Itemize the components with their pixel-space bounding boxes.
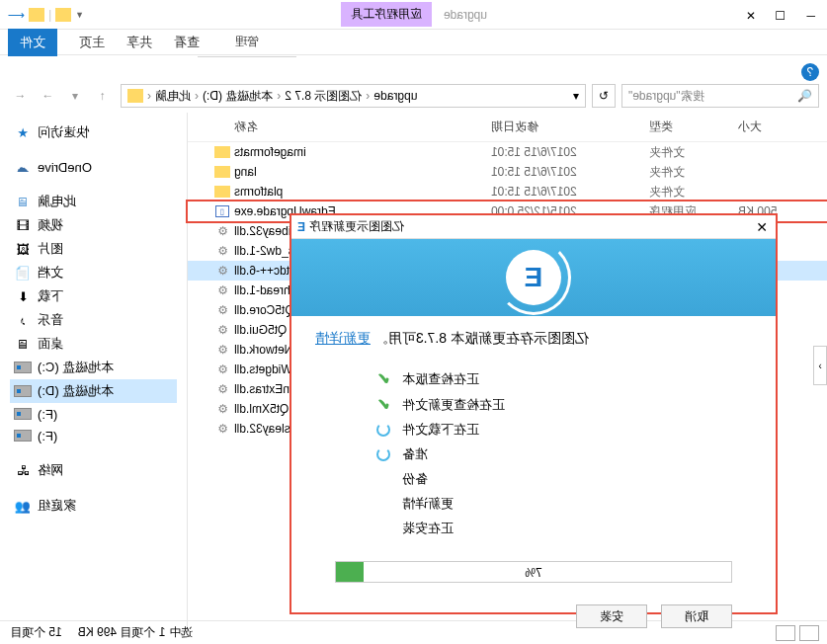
ribbon-share[interactable]: 共享 — [126, 34, 152, 51]
sidebar-onedrive[interactable]: ☁OneDrive — [10, 156, 177, 178]
dialog-banner: E — [291, 239, 776, 316]
dll-icon: ⚙ — [214, 402, 230, 416]
sidebar-downloads[interactable]: ⬇下载 — [10, 284, 177, 308]
refresh-button[interactable]: ↻ — [592, 84, 616, 108]
col-date[interactable]: 修改日期 — [491, 119, 649, 135]
dll-icon: ⚙ — [214, 244, 230, 258]
step-label: 更新详情 — [402, 495, 454, 513]
forward-button[interactable]: → — [36, 84, 59, 108]
file-name: ssleay32.dll — [234, 422, 296, 436]
breadcrumb-item[interactable]: 本地磁盘 (D:) — [203, 88, 273, 105]
up-button[interactable]: ↑ — [91, 84, 115, 108]
view-tiles-button[interactable] — [776, 625, 795, 641]
sidebar-drive-f1[interactable]: (F:) — [10, 403, 177, 425]
dialog-message: 亿图图示存在更新版本 8.7.3可用。 — [374, 330, 589, 346]
minimize-button[interactable]: ─ — [803, 9, 815, 21]
file-name: lang — [234, 165, 257, 179]
breadcrumb-item[interactable]: 亿图图示 8.7 2 — [285, 88, 362, 105]
documents-icon: 📄 — [14, 265, 32, 281]
folder-icon — [214, 165, 230, 179]
status-count: 15 个项目 — [10, 624, 62, 641]
pc-icon: 🖥 — [14, 194, 32, 209]
ribbon-home[interactable]: 主页 — [79, 34, 105, 51]
ribbon: 查看 共享 主页 文件 — [0, 30, 827, 55]
dll-icon: ⚙ — [214, 343, 230, 357]
col-name[interactable]: 名称 — [214, 119, 491, 135]
file-name: libeay32.dll — [234, 224, 293, 238]
maximize-button[interactable]: ☐ — [774, 9, 786, 21]
sidebar-drive-f2[interactable]: (F:) — [10, 425, 177, 446]
breadcrumb[interactable]: ▾ upgrade‹ 亿图图示 8.7 2‹ 本地磁盘 (D:)‹ 此电脑‹ — [121, 84, 586, 108]
check-icon: ✔ — [374, 369, 392, 388]
sidebar-music[interactable]: ♪音乐 — [10, 308, 177, 332]
logo-icon: E — [506, 250, 561, 305]
install-button[interactable]: 安装 — [576, 604, 647, 628]
cloud-icon: ☁ — [14, 159, 32, 175]
file-name: platforms — [234, 185, 283, 199]
spinner-icon — [374, 447, 392, 461]
sidebar-pictures[interactable]: 🖼图片 — [10, 237, 177, 261]
breadcrumb-item[interactable]: 此电脑 — [155, 88, 191, 105]
file-row[interactable]: 文件夹2017/6/15 15:01platforms — [188, 182, 827, 201]
sidebar-quick-access[interactable]: ★快速访问 — [10, 121, 177, 144]
file-date: 2017/6/15 15:01 — [491, 185, 649, 199]
update-steps: ✔正在检查版本 ✔正在检查更新文件 正在下载文件 准备 备份 更新详情 正在安装 — [374, 369, 752, 537]
folder-icon — [55, 8, 71, 22]
breadcrumb-item[interactable]: upgrade — [373, 89, 417, 103]
col-type[interactable]: 类型 — [649, 119, 738, 135]
exe-icon: ▯ — [214, 204, 230, 218]
dropdown-caret-icon[interactable]: ▼ — [75, 10, 84, 20]
file-row[interactable]: 文件夹2017/6/15 15:01imageformats — [188, 142, 827, 162]
expand-handle[interactable]: › — [813, 346, 827, 385]
ribbon-view[interactable]: 查看 — [174, 34, 200, 51]
col-size[interactable]: 大小 — [738, 119, 817, 135]
spinner-icon — [374, 423, 392, 437]
help-icon[interactable]: ? — [801, 63, 819, 81]
app-tools-tab[interactable]: 应用程序工具 — [341, 2, 432, 27]
sidebar-drive-c[interactable]: 本地磁盘 (C:) — [10, 356, 177, 379]
sidebar-documents[interactable]: 📄文档 — [10, 261, 177, 284]
dll-icon: ⚙ — [214, 382, 230, 396]
sidebar-network[interactable]: 🖧网络 — [10, 458, 177, 482]
sidebar-desktop[interactable]: 🖥桌面 — [10, 332, 177, 356]
dll-icon: ⚙ — [214, 323, 230, 337]
address-bar-row: 🔍 搜索"upgrade" ↻ ▾ upgrade‹ 亿图图示 8.7 2‹ 本… — [0, 79, 827, 113]
file-type: 文件夹 — [649, 184, 738, 201]
folder-icon — [214, 185, 230, 199]
sidebar-videos[interactable]: 🎞视频 — [10, 213, 177, 237]
release-notes-link[interactable]: 更新详情 — [315, 330, 371, 346]
history-caret-icon[interactable]: ▾ — [63, 84, 87, 108]
file-name: Qt5Core.dll — [234, 303, 294, 317]
dialog-title: 亿图图示更新程序 — [309, 218, 404, 235]
ribbon-file[interactable]: 文件 — [8, 29, 57, 56]
folder-icon — [29, 8, 44, 22]
drive-icon — [14, 383, 32, 399]
sidebar-drive-d[interactable]: 本地磁盘 (D:) — [10, 379, 177, 403]
back-icon[interactable]: ⟵ — [8, 8, 25, 22]
step-label: 正在检查版本 — [402, 370, 479, 388]
step-label: 正在安装 — [402, 520, 454, 537]
step-label: 正在下载文件 — [402, 421, 479, 439]
cancel-button[interactable]: 取消 — [661, 604, 732, 628]
file-date: 2017/6/15 15:01 — [491, 145, 649, 159]
downloads-icon: ⬇ — [14, 288, 32, 304]
folder-icon — [127, 89, 143, 103]
file-name: Qt5Xml.dll — [234, 402, 289, 416]
ribbon-manage[interactable]: 管理 — [198, 30, 296, 57]
back-button[interactable]: ← — [8, 84, 32, 108]
sidebar-this-pc[interactable]: 🖥此电脑 — [10, 190, 177, 213]
dll-icon: ⚙ — [214, 303, 230, 317]
file-type: 文件夹 — [649, 144, 738, 161]
file-row[interactable]: 文件夹2017/6/15 15:01lang — [188, 162, 827, 182]
file-name: imageformats — [234, 145, 306, 159]
view-details-button[interactable] — [799, 625, 819, 641]
status-selection: 选中 1 个项目 499 KB — [78, 624, 193, 641]
sidebar-homegroup[interactable]: 👥家庭组 — [10, 494, 177, 518]
progress-text: 7% — [336, 562, 731, 584]
close-button[interactable]: ✕ — [744, 9, 756, 21]
dialog-close-button[interactable]: ✕ — [756, 219, 768, 235]
breadcrumb-caret-icon[interactable]: ▾ — [573, 89, 579, 103]
search-input[interactable]: 🔍 搜索"upgrade" — [621, 84, 819, 108]
dll-icon: ⚙ — [214, 362, 230, 376]
step-label: 正在检查更新文件 — [402, 396, 505, 414]
